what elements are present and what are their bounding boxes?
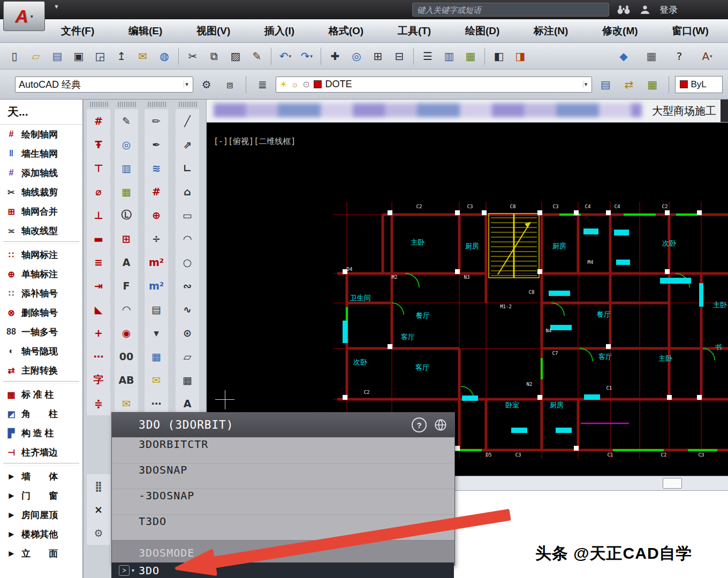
help-icon[interactable]: ? [412,417,427,432]
toolbar-drag-handle[interactable] [90,102,108,107]
menu-m[interactable]: 修改(M) [599,22,641,40]
print-button[interactable]: ▣ [69,46,89,66]
publish-button[interactable]: ↥ [111,46,132,66]
area-m2-blue-button[interactable]: m² [145,274,168,298]
popup-item-3dosnap[interactable]: 3DOSNAP [112,463,454,489]
popup-item-3dosmode[interactable]: 3DOSMODE [112,540,454,565]
field-button[interactable]: F [115,274,138,298]
menu-i[interactable]: 插入(I) [261,22,298,40]
zoom-tool-button[interactable]: ◎ [115,133,138,156]
polygon-button[interactable]: ⌂ [176,180,199,203]
viewport-frame-button[interactable]: ⧈ [220,74,240,95]
web-button[interactable]: ◍ [154,46,175,66]
axis-corner-button[interactable]: ◣ [87,298,110,321]
ab-text-button[interactable]: AB [115,368,138,392]
ray-button[interactable]: ⇗ [176,133,199,156]
workspace-combo[interactable]: AutoCAD 经典 ▾ [15,77,193,93]
palette-item-单轴标注[interactable]: ⊕单轴标注 [0,264,82,284]
modify-button[interactable]: ✎ [115,109,138,133]
sheet-set-button[interactable]: ◧ [489,46,509,66]
envelope-button[interactable]: ✉ [145,368,168,392]
close-button[interactable]: × [87,498,110,521]
palette-item-角柱[interactable]: ◩角 柱 [0,404,82,423]
color-combo[interactable]: ByL [675,76,723,93]
autocad-logo[interactable]: A ▾ [3,1,45,31]
new-file-button[interactable]: ▯ [4,46,25,66]
pan-button[interactable]: ✚ [325,46,345,66]
circle-button[interactable]: ○ [176,250,199,274]
dropdown-button[interactable]: ▾ [145,321,168,345]
table-tool-button[interactable]: ▤ [145,298,168,321]
scrollbar-thumb[interactable] [663,478,682,489]
quick-access-caret-icon[interactable]: ▼ [54,3,59,10]
settings-wrench-button[interactable]: ⚙ [87,521,110,545]
zoom-window-button[interactable]: ⊞ [368,46,388,66]
toolbar-drag-handle[interactable] [118,102,136,107]
table-button[interactable]: ▦ [176,368,199,392]
axis-label-button[interactable]: Ŧ [87,133,110,156]
palette-item-立面[interactable]: ▶立 面 [0,544,82,563]
panel-green-button[interactable]: ▦ [115,180,138,203]
axis-bottom-button[interactable]: ⊥ [87,203,110,227]
menu-v[interactable]: 视图(V) [193,22,233,40]
revcloud-button[interactable]: ∾ [176,274,199,298]
palette-item-墙体[interactable]: ▶墙 体 [0,467,82,486]
palette-item-房间屋顶[interactable]: ▶房间屋顶 [0,505,82,524]
arc-button[interactable]: ◠ [176,227,199,250]
layer-color-chip[interactable] [314,80,322,88]
axis-top-button[interactable]: ⊤ [87,156,110,180]
area-m2-button[interactable]: m² [145,250,168,274]
login-link[interactable]: 登录 [659,4,678,16]
layer-combo[interactable]: ☀ ☼ ⊙ DOTE ▾ [276,77,592,93]
level-mark-button[interactable]: Ⓛ [115,203,138,227]
menu-f[interactable]: 文件(F) [58,22,97,40]
panel-blue-button[interactable]: ▥ [115,156,138,180]
binoculars-search-icon[interactable] [617,4,631,16]
pencil-button[interactable]: ✏ [145,109,168,133]
menu-t[interactable]: 工具(T) [395,22,434,40]
circle-mark-button[interactable]: ◉ [115,321,138,345]
palette-item-楼梯其他[interactable]: ▶楼梯其他 [0,524,82,544]
palette-item-构造柱[interactable]: ▛构 造 柱 [0,423,82,443]
tool-palettes-button[interactable]: ▦ [460,46,481,66]
viewport-controls-label[interactable]: [-][俯视][二维线框] [214,136,295,147]
polyline-button[interactable]: ∟ [176,156,199,180]
etransmit-button[interactable]: ✉ [133,46,153,66]
open-file-button[interactable]: ▱ [26,46,46,66]
axis-grid-button[interactable]: # [87,109,110,133]
layer-previous-button[interactable]: ⇄ [619,74,639,95]
grid-plus-button[interactable]: ⊕ [145,203,168,227]
axis-circle-button[interactable]: ⌀ [87,180,110,203]
menu-w[interactable]: 窗口(W) [669,22,712,40]
layer-freeze-sun-icon[interactable]: ☼ [291,80,299,89]
text-styles-button[interactable]: A▾ [697,46,717,66]
menu-d[interactable]: 绘图(D) [462,22,503,40]
cloud-tools-button[interactable]: ◆ [613,46,634,66]
axis-dots-button[interactable]: ⋯ [87,345,110,368]
command-input-text[interactable]: 3DO [139,564,160,577]
palette-item-标准柱[interactable]: ▦标 准 柱 [0,385,82,404]
axis-lines-button[interactable]: ≡ [87,250,110,274]
palette-title[interactable]: 天... [0,100,82,125]
ellipse-button[interactable]: ⊙ [176,321,199,345]
dropdown-caret-icon[interactable]: ▾ [289,54,292,59]
axis-bar-button[interactable]: ▬ [87,227,110,250]
palette-item-轴改线型[interactable]: ≍轴改线型 [0,221,82,240]
popup-item--3dosnap[interactable]: -3DOSNAP [112,489,454,514]
line-button[interactable]: ╱ [176,109,199,133]
internet-search-icon[interactable] [433,417,448,432]
blue-grid-button[interactable]: ▦ [145,345,168,368]
elevation-button[interactable]: 00 [115,345,138,368]
popup-active-suggestion[interactable]: 3DO (3DORBIT) ? [112,413,454,437]
layer-on-bulb-icon[interactable]: ☀ [279,80,287,89]
plot-preview-button[interactable]: ◲ [90,46,110,66]
recent-commands-icon[interactable]: > [119,565,130,576]
palette-item-轴网标注[interactable]: ∷轴网标注 [0,245,82,264]
divide-button[interactable]: ÷ [145,227,168,250]
layer-lock-icon[interactable]: ⊙ [302,80,309,89]
menu-o[interactable]: 格式(O) [325,22,367,40]
quickcalc-button[interactable]: ▦ [641,46,662,66]
grid-red-button[interactable]: # [145,180,168,203]
paste-button[interactable]: ▨ [225,46,246,66]
pen-button[interactable]: ✒ [145,133,168,156]
